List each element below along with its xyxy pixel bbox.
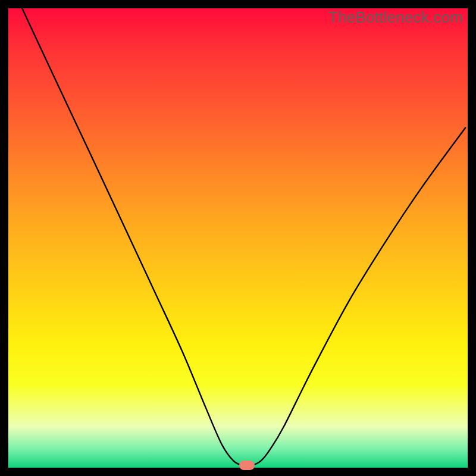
chart-plot-area: TheBottleneck.com (8, 8, 468, 468)
curve-path (22, 8, 465, 466)
watermark-label: TheBottleneck.com (328, 8, 463, 27)
bottleneck-curve (8, 8, 468, 468)
optimal-marker (239, 461, 255, 470)
chart-frame: TheBottleneck.com (0, 0, 476, 476)
